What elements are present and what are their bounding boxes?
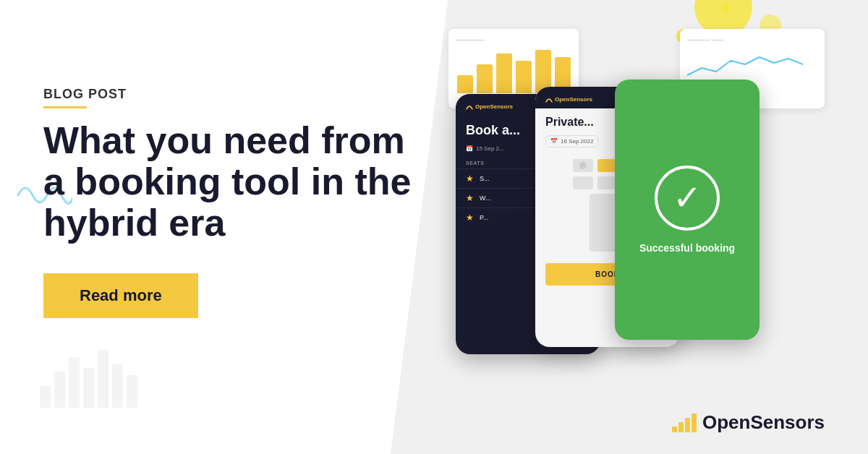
seat-name-2: W... [480, 194, 491, 202]
yellow-dot-2 [722, 4, 731, 12]
checkmark-icon: ✓ [673, 181, 702, 215]
desk-4 [573, 176, 593, 189]
success-text: Successful booking [639, 242, 735, 254]
success-screen: ✓ Successful booking [615, 80, 760, 340]
blog-post-badge: BLOG POST [43, 87, 448, 108]
signal-bar-2 [678, 422, 684, 432]
svg-rect-5 [112, 364, 123, 408]
star-icon-3: ★ [466, 213, 474, 223]
desk-1 [573, 159, 593, 172]
svg-rect-4 [98, 350, 109, 408]
phone-middle-date: 📅 16 Sep 2022 [545, 135, 598, 147]
signal-bar-1 [672, 427, 677, 432]
bar-2 [477, 64, 493, 93]
signal-bar-4 [692, 414, 697, 432]
deco-bar-chart [36, 343, 137, 411]
opensensors-name: OpenSensors [702, 411, 825, 434]
seat-name-3: P... [480, 214, 488, 221]
opensensors-logo: OpenSensors [672, 411, 825, 434]
blog-title: What you need from a booking tool in the… [43, 120, 448, 244]
signal-bar-3 [685, 418, 690, 432]
svg-rect-3 [83, 368, 94, 408]
bar-3 [496, 53, 512, 93]
svg-rect-6 [127, 375, 137, 408]
opensensors-signal-bars [672, 414, 697, 432]
bar-4 [516, 61, 532, 93]
read-more-button[interactable]: Read more [43, 273, 198, 318]
line-chart-title: ———— —— [687, 36, 817, 43]
phone-front: ✓ Successful booking [615, 80, 760, 340]
svg-rect-2 [69, 357, 80, 408]
chart-label: ————— [456, 36, 571, 43]
bar-1 [457, 75, 473, 93]
success-check-circle: ✓ [655, 166, 720, 231]
opensensors-signal-icon-2 [545, 95, 553, 103]
page-container: BLOG POST What you need from a booking t… [0, 0, 868, 454]
seat-name-1: S... [480, 175, 490, 182]
svg-rect-0 [40, 386, 51, 408]
star-icon-1: ★ [466, 174, 474, 184]
svg-rect-1 [54, 372, 65, 408]
right-content: ————— ———— —— [434, 22, 839, 434]
left-content: BLOG POST What you need from a booking t… [43, 87, 448, 318]
star-icon-2: ★ [466, 193, 474, 203]
opensensors-signal-icon [466, 103, 473, 110]
